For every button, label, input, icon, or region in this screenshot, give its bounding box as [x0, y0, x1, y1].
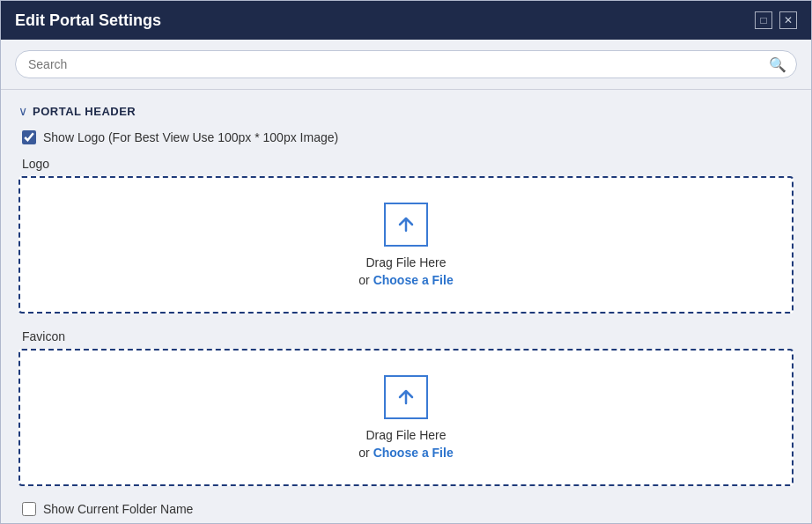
main-content: ∨ PORTAL HEADER Show Logo (For Best View… — [1, 90, 811, 523]
show-logo-label: Show Logo (For Best View Use 100px * 100… — [43, 130, 338, 144]
logo-upload-icon-box — [384, 203, 428, 247]
logo-choose-file-link[interactable]: Choose a File — [373, 273, 454, 287]
section-title: PORTAL HEADER — [33, 105, 136, 118]
favicon-choose-file-link[interactable]: Choose a File — [373, 446, 454, 460]
show-folder-label: Show Current Folder Name — [43, 502, 193, 516]
window-title: Edit Portal Settings — [15, 11, 161, 30]
show-logo-row: Show Logo (For Best View Use 100px * 100… — [22, 130, 794, 144]
show-logo-checkbox[interactable] — [22, 130, 36, 144]
favicon-drop-zone[interactable]: Drag File Here or Choose a File — [18, 349, 794, 486]
minimize-button[interactable]: □ — [755, 11, 772, 29]
close-button[interactable]: ✕ — [779, 11, 797, 29]
search-input[interactable] — [15, 50, 797, 78]
content-area: 🔍 ∨ PORTAL HEADER Show Logo (For Best Vi… — [1, 40, 811, 523]
upload-arrow-icon — [395, 214, 417, 235]
edit-portal-settings-window: Edit Portal Settings □ ✕ 🔍 ∨ PORTAL HEAD… — [0, 0, 812, 524]
title-bar: Edit Portal Settings □ ✕ — [1, 1, 811, 40]
window-controls: □ ✕ — [755, 11, 797, 29]
portal-header-section: ∨ PORTAL HEADER — [18, 104, 794, 118]
logo-drag-text: Drag File Here — [365, 255, 446, 269]
logo-choose-row: or Choose a File — [358, 273, 453, 287]
search-input-wrapper: 🔍 — [15, 50, 797, 78]
search-icon: 🔍 — [769, 56, 786, 73]
upload-arrow-icon-2 — [395, 387, 417, 408]
search-bar: 🔍 — [1, 40, 811, 90]
show-folder-checkbox[interactable] — [22, 502, 36, 516]
logo-drop-zone[interactable]: Drag File Here or Choose a File — [18, 176, 794, 314]
collapse-chevron-icon[interactable]: ∨ — [18, 104, 27, 118]
logo-or-text: or — [358, 273, 369, 287]
favicon-drag-text: Drag File Here — [365, 428, 446, 442]
favicon-choose-row: or Choose a File — [358, 446, 453, 460]
show-folder-row: Show Current Folder Name — [22, 502, 794, 516]
favicon-upload-icon-box — [384, 375, 428, 419]
favicon-or-text: or — [358, 446, 369, 460]
logo-field-label: Logo — [22, 157, 794, 171]
favicon-field-label: Favicon — [22, 329, 794, 343]
